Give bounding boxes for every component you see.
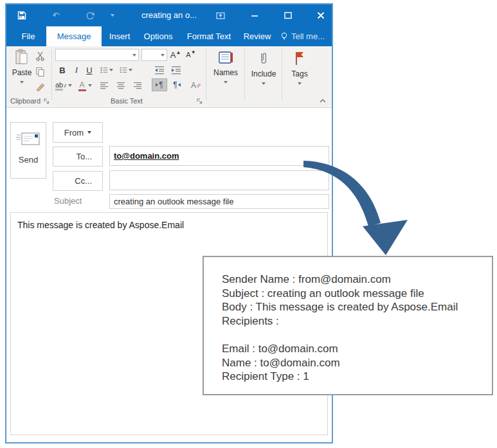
ltr-icon bbox=[156, 83, 158, 87]
tags-button[interactable]: Tags bbox=[283, 46, 316, 107]
minimize-icon[interactable] bbox=[249, 10, 260, 21]
tab-review[interactable]: Review bbox=[239, 26, 275, 46]
cc-button[interactable]: Cc... bbox=[53, 171, 103, 191]
group-separator bbox=[282, 49, 282, 100]
copy-icon bbox=[35, 67, 45, 76]
screenshot-canvas: creating an o... File Message Insert Opt… bbox=[0, 0, 497, 448]
subject-field[interactable]: creating an outlook message file bbox=[109, 194, 329, 209]
lightbulb-icon bbox=[280, 32, 288, 41]
window-title: creating an o... bbox=[127, 10, 211, 20]
include-dropdown-icon bbox=[262, 82, 266, 85]
font-name-select[interactable] bbox=[55, 49, 139, 61]
cut-button[interactable] bbox=[33, 49, 46, 62]
align-center-button[interactable] bbox=[114, 79, 127, 92]
underline-button[interactable]: U bbox=[84, 64, 95, 76]
to-recipient[interactable]: to@domain.com bbox=[114, 151, 179, 161]
qat-customize-icon[interactable] bbox=[111, 14, 114, 17]
to-button[interactable]: To... bbox=[53, 147, 103, 166]
cut-icon bbox=[35, 51, 45, 61]
bold-button[interactable]: B bbox=[57, 64, 68, 76]
align-left-icon bbox=[100, 82, 109, 89]
shrink-font-button[interactable]: A▼ bbox=[185, 48, 197, 61]
eraser-icon bbox=[196, 83, 201, 88]
format-painter-icon bbox=[35, 82, 45, 92]
include-label: Include bbox=[246, 69, 282, 78]
popout-icon[interactable] bbox=[215, 10, 226, 21]
align-right-button[interactable] bbox=[131, 79, 144, 92]
names-label: Names bbox=[207, 68, 244, 77]
group-separator bbox=[51, 49, 52, 100]
ltr-direction-button[interactable]: ¶ bbox=[152, 78, 167, 91]
tags-label: Tags bbox=[283, 69, 316, 78]
paste-button[interactable]: Paste bbox=[10, 49, 34, 100]
undo-icon[interactable] bbox=[51, 10, 62, 21]
email-line: Email : to@domain.com bbox=[222, 342, 482, 356]
send-label: Send bbox=[11, 155, 46, 165]
save-icon[interactable] bbox=[17, 10, 27, 21]
text-highlight-button[interactable]: ab bbox=[55, 79, 72, 92]
names-button[interactable]: Names bbox=[207, 46, 244, 107]
clipboard-dialog-launcher-icon[interactable] bbox=[44, 98, 50, 104]
decrease-indent-button[interactable] bbox=[153, 64, 166, 76]
redo-icon[interactable] bbox=[85, 10, 95, 21]
tab-file[interactable]: File bbox=[12, 26, 45, 46]
grow-font-icon: A bbox=[170, 50, 176, 60]
from-dropdown-icon bbox=[87, 131, 91, 134]
font-size-select[interactable] bbox=[141, 49, 167, 61]
message-properties-box: Sender Name : from@domain.com Subject : … bbox=[203, 256, 493, 395]
basic-text-group-label: Basic Text bbox=[111, 97, 143, 105]
tab-message[interactable]: Message bbox=[46, 26, 102, 46]
flag-icon bbox=[294, 51, 305, 66]
tab-options[interactable]: Options bbox=[138, 26, 178, 46]
subject-label: Subject bbox=[54, 196, 82, 206]
tab-format-text[interactable]: Format Text bbox=[181, 26, 237, 46]
decrease-indent-icon bbox=[154, 66, 165, 75]
font-color-icon: A bbox=[79, 80, 84, 89]
clear-formatting-icon: A bbox=[191, 81, 196, 90]
group-separator bbox=[244, 49, 245, 100]
body-line: Body : This message is created by Aspose… bbox=[222, 300, 482, 314]
numbering-button[interactable] bbox=[120, 64, 132, 76]
numbering-icon bbox=[120, 66, 127, 75]
tell-me-box[interactable]: Tell me... bbox=[280, 26, 325, 46]
ribbon: Paste bbox=[6, 46, 332, 108]
sender-name-line: Sender Name : from@domain.com bbox=[222, 273, 482, 287]
send-envelope-icon bbox=[15, 130, 41, 147]
subject-line: Subject : creating an outlook message fi… bbox=[222, 287, 482, 301]
increase-indent-button[interactable] bbox=[170, 64, 183, 76]
font-color-button[interactable]: A bbox=[77, 79, 93, 92]
ribbon-tab-bar: File Message Insert Options Format Text … bbox=[6, 26, 332, 46]
bullets-icon bbox=[100, 66, 108, 75]
tab-insert[interactable]: Insert bbox=[103, 26, 136, 46]
group-separator bbox=[206, 49, 206, 100]
recipients-line: Recipients : bbox=[222, 314, 482, 328]
blank-line bbox=[222, 328, 482, 342]
names-dropdown-icon bbox=[224, 81, 228, 84]
bullets-button[interactable] bbox=[100, 64, 113, 76]
grow-font-button[interactable]: A▲ bbox=[170, 48, 181, 61]
tell-me-label: Tell me... bbox=[291, 26, 325, 46]
rtl-icon bbox=[178, 83, 181, 87]
from-button[interactable]: From bbox=[53, 122, 103, 143]
name-line: Name : to@domain.com bbox=[222, 356, 482, 370]
align-center-icon bbox=[116, 82, 125, 89]
message-body-text: This message is created by Aspose.Email bbox=[11, 213, 327, 237]
basic-text-dialog-launcher-icon[interactable] bbox=[197, 98, 203, 104]
copy-button[interactable] bbox=[33, 65, 46, 78]
highlight-icon: ab bbox=[55, 81, 63, 91]
collapse-ribbon-icon[interactable] bbox=[319, 98, 327, 103]
format-painter-button[interactable] bbox=[33, 80, 46, 93]
clear-formatting-button[interactable]: A bbox=[189, 79, 203, 92]
include-button[interactable]: Include bbox=[246, 46, 282, 107]
send-button[interactable]: Send bbox=[10, 122, 46, 179]
paste-dropdown-icon[interactable] bbox=[20, 81, 24, 84]
shrink-font-icon: A bbox=[186, 51, 190, 58]
rtl-direction-button[interactable]: ¶ bbox=[169, 78, 185, 91]
close-icon[interactable] bbox=[316, 10, 326, 21]
paste-label: Paste bbox=[10, 68, 34, 77]
to-field[interactable]: to@domain.com bbox=[109, 146, 329, 166]
maximize-icon[interactable] bbox=[283, 10, 293, 21]
italic-button[interactable]: I bbox=[71, 64, 82, 76]
cc-field[interactable] bbox=[109, 170, 329, 190]
align-left-button[interactable] bbox=[98, 79, 111, 92]
